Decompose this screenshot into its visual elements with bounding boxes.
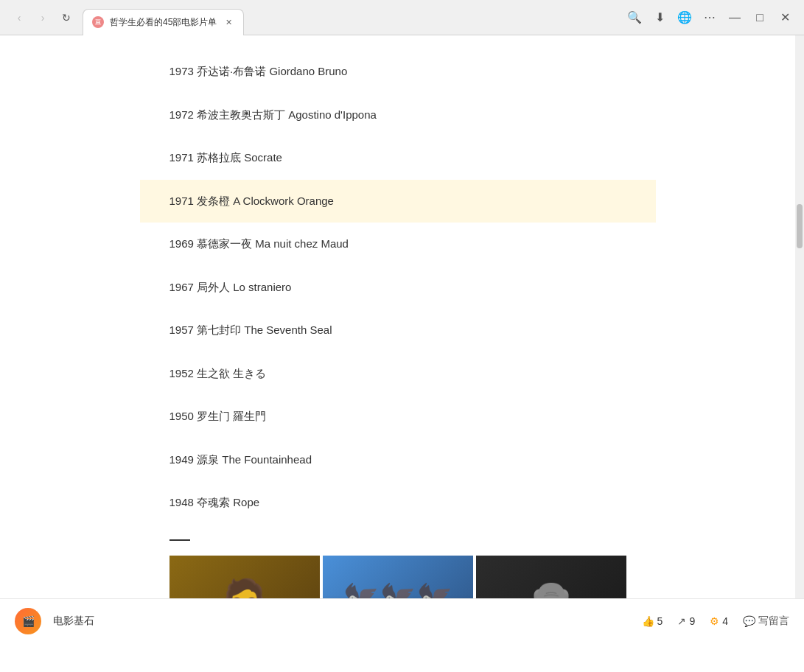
like-count: 5 <box>657 615 663 627</box>
refresh-button[interactable]: ↻ <box>56 7 77 28</box>
film-year: 1950 <box>169 410 194 422</box>
film-year: 1948 <box>169 496 194 508</box>
tab-bar: 豆 哲学生必看的45部电影片单 ✕ <box>83 0 618 35</box>
list-item: 1948 夺魂索 Rope <box>169 481 626 525</box>
maximize-button[interactable]: □ <box>749 7 770 28</box>
comment-label: 写留言 <box>758 615 789 628</box>
film-title: 苏格拉底 Socrate <box>197 151 282 164</box>
film-year: 1971 <box>169 151 194 164</box>
film-year: 1973 <box>169 65 194 77</box>
share-icon: ↗ <box>677 615 686 627</box>
article-container: 1973 乔达诺·布鲁诺 Giordano Bruno 1972 希波主教奥古斯… <box>140 50 656 598</box>
list-item: 1957 第七封印 The Seventh Seal <box>169 309 626 352</box>
film-year: 1971 <box>169 195 194 207</box>
list-item: 1967 局外人 Lo straniero <box>169 266 626 309</box>
list-item: 1972 希波主教奥古斯丁 Agostino d'Ippona <box>169 94 626 137</box>
bottom-bar: 🎬 电影基石 👍 5 ↗ 9 ⚙ 4 💬 写留言 <box>0 598 804 643</box>
film-card-zizek[interactable]: 🧔 #1 ZIZEK ASTRA TAYLOR CANADA 2005 <box>169 556 320 599</box>
page-wrapper: 1973 乔达诺·布鲁诺 Giordano Bruno 1972 希波主教奥古斯… <box>0 35 804 598</box>
like-button[interactable]: 👍 5 <box>642 615 663 627</box>
film-title: 源泉 The Fountainhead <box>197 453 312 466</box>
film-title: 局外人 Lo straniero <box>197 281 291 293</box>
film-title: 慕德家一夜 Ma nuit chez Maud <box>197 237 349 250</box>
reward-count: 4 <box>722 615 728 627</box>
list-item-highlighted: 1971 发条橙 A Clockwork Orange <box>140 180 656 223</box>
film-year: 1957 <box>169 323 194 336</box>
film-year: 1949 <box>169 453 194 466</box>
browser-chrome: ‹ › ↻ 豆 哲学生必看的45部电影片单 ✕ 🔍 ⬇ 🌐 ⋯ — □ ✕ <box>0 0 804 35</box>
scrollbar-thumb[interactable] <box>797 204 803 248</box>
film-title: 生之欲 生きる <box>197 367 266 379</box>
section-divider <box>169 539 190 541</box>
film-title: 乔达诺·布鲁诺 Giordano Bruno <box>197 65 347 77</box>
main-content: 1973 乔达诺·布鲁诺 Giordano Bruno 1972 希波主教奥古斯… <box>0 35 795 598</box>
like-icon: 👍 <box>642 615 654 627</box>
comment-icon: 💬 <box>743 615 755 627</box>
download-icon[interactable]: ⬇ <box>649 7 670 28</box>
avatar: 🎬 <box>15 608 41 634</box>
list-item: 1969 慕德家一夜 Ma nuit chez Maud <box>169 223 626 266</box>
avatar-icon: 🎬 <box>22 615 35 627</box>
globe-icon[interactable]: 🌐 <box>674 7 695 28</box>
film-title: 发条橙 A Clockwork Orange <box>197 195 334 207</box>
search-icon[interactable]: 🔍 <box>624 7 645 28</box>
film-title: 希波主教奥古斯丁 Agostino d'Ippona <box>197 108 377 121</box>
more-icon[interactable]: ⋯ <box>699 7 720 28</box>
action-buttons: 👍 5 ↗ 9 ⚙ 4 💬 写留言 <box>642 615 789 628</box>
tab-title: 哲学生必看的45部电影片单 <box>110 16 217 29</box>
list-item: 1952 生之欲 生きる <box>169 352 626 396</box>
forward-button[interactable]: › <box>32 7 53 28</box>
film-list: 1973 乔达诺·布鲁诺 Giordano Bruno 1972 希波主教奥古斯… <box>169 50 626 525</box>
author-name: 电影基石 <box>53 615 630 628</box>
film-year: 1972 <box>169 108 194 121</box>
list-item: 1971 苏格拉底 Socrate <box>169 136 626 180</box>
film-card-derrida[interactable]: 👴 #3 DERRIDA KIRBY DICK, AMY ZIERING EST… <box>476 556 626 599</box>
toolbar-icons: 🔍 ⬇ 🌐 ⋯ — □ ✕ <box>624 7 795 28</box>
film-card-manual[interactable]: 🦅🦅🦅 #2 MANUAL DE CINE PARA PERVERTIDOS S… <box>323 556 473 599</box>
tab-favicon: 豆 <box>92 16 104 28</box>
back-button[interactable]: ‹ <box>9 7 29 28</box>
list-item: 1950 罗生门 羅生門 <box>169 395 626 438</box>
list-item: 1949 源泉 The Fountainhead <box>169 438 626 482</box>
list-item: 1973 乔达诺·布鲁诺 Giordano Bruno <box>169 50 626 94</box>
film-year: 1952 <box>169 367 194 379</box>
film-grid: 🧔 #1 ZIZEK ASTRA TAYLOR CANADA 2005 🦅🦅🦅 … <box>169 556 626 599</box>
film-title: 罗生门 羅生門 <box>197 410 266 422</box>
film-title: 夺魂索 Rope <box>197 496 259 508</box>
close-button[interactable]: ✕ <box>775 7 795 28</box>
share-button[interactable]: ↗ 9 <box>677 615 695 627</box>
film-year: 1969 <box>169 237 194 250</box>
scrollbar-track[interactable] <box>795 35 804 598</box>
favicon-text: 豆 <box>95 18 101 27</box>
reward-button[interactable]: ⚙ 4 <box>710 615 728 627</box>
reward-icon: ⚙ <box>710 615 719 627</box>
minimize-button[interactable]: — <box>724 7 745 28</box>
nav-buttons: ‹ › ↻ <box>9 7 77 28</box>
tab-close-button[interactable]: ✕ <box>223 16 234 28</box>
share-count: 9 <box>689 615 695 627</box>
film-card-overlay: #2 MANUAL DE CINE PARA PERVERTIDOS SOPHI… <box>323 595 473 598</box>
comment-button[interactable]: 💬 写留言 <box>743 615 789 628</box>
active-tab[interactable]: 豆 哲学生必看的45部电影片单 ✕ <box>83 9 244 35</box>
film-year: 1967 <box>169 281 194 293</box>
film-title: 第七封印 The Seventh Seal <box>197 323 332 336</box>
